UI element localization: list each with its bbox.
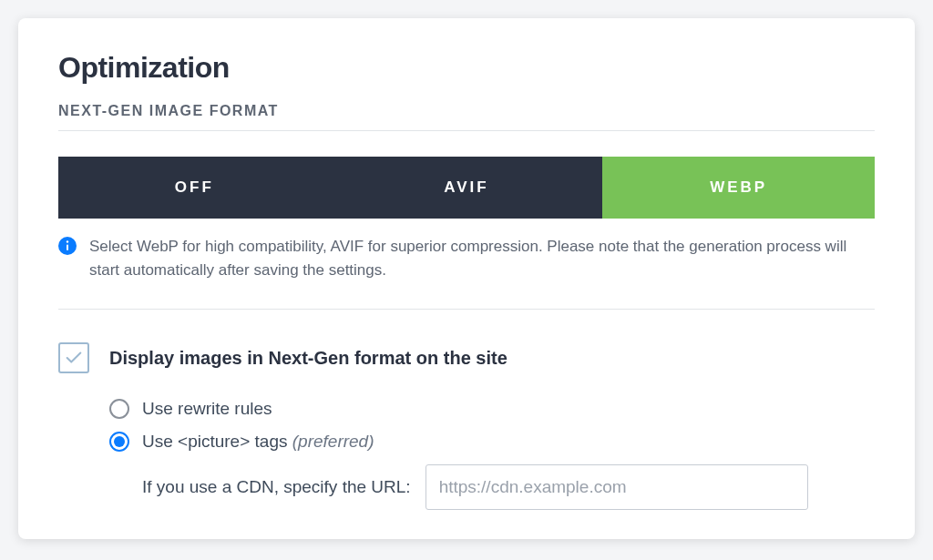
format-option-avif[interactable]: AVIF (331, 157, 603, 219)
radio-row-rewrite: Use rewrite rules (109, 399, 875, 419)
display-nextgen-row: Display images in Next-Gen format on the… (58, 342, 875, 373)
format-segmented-control: OFF AVIF WEBP (58, 157, 875, 219)
radio-picture-hint: (preferred) (292, 432, 374, 451)
radio-picture-dot (114, 436, 125, 447)
info-text: Select WebP for high compatibility, AVIF… (89, 235, 875, 283)
cdn-label: If you use a CDN, specify the URL: (142, 477, 411, 497)
settings-card: Optimization NEXT-GEN IMAGE FORMAT OFF A… (18, 18, 915, 539)
info-icon (58, 237, 77, 255)
cdn-url-input[interactable] (425, 464, 808, 510)
radio-rewrite-label: Use rewrite rules (142, 399, 272, 419)
radio-row-picture: Use <picture> tags (preferred) (109, 432, 875, 452)
info-row: Select WebP for high compatibility, AVIF… (58, 235, 875, 310)
radio-picture-text: Use <picture> tags (142, 432, 292, 451)
radio-picture-label: Use <picture> tags (preferred) (142, 432, 374, 452)
section-label: NEXT-GEN IMAGE FORMAT (58, 103, 875, 131)
page-title: Optimization (58, 51, 875, 85)
format-option-off[interactable]: OFF (58, 157, 331, 219)
delivery-method-group: Use rewrite rules Use <picture> tags (pr… (109, 399, 875, 452)
svg-rect-1 (67, 245, 68, 251)
display-nextgen-label: Display images in Next-Gen format on the… (109, 342, 508, 373)
svg-point-2 (67, 240, 68, 242)
cdn-row: If you use a CDN, specify the URL: (142, 464, 875, 510)
format-option-webp[interactable]: WEBP (602, 157, 875, 219)
checkmark-icon (64, 348, 84, 368)
radio-picture[interactable] (109, 432, 129, 452)
radio-rewrite[interactable] (109, 399, 129, 419)
display-nextgen-checkbox[interactable] (58, 342, 89, 373)
